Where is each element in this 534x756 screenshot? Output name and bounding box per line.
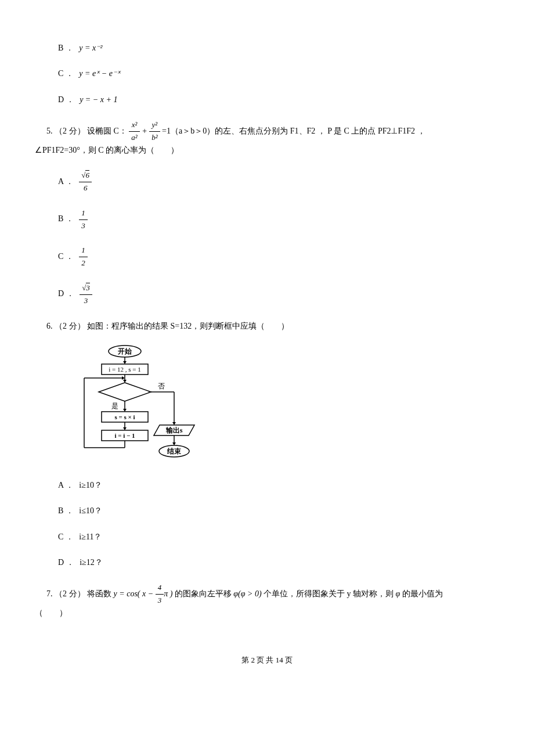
q6-option-c: C ． i≥11？	[58, 531, 499, 543]
option-label: C ．	[58, 532, 74, 541]
frac-num: x²	[129, 119, 139, 132]
q5-option-a: A ． √6 6	[58, 170, 499, 195]
option-label: C ．	[58, 69, 74, 78]
option-expr: y = eˣ − e⁻ˣ	[79, 69, 120, 78]
option-expr: y = − x + 1	[80, 95, 117, 104]
flowchart-figure: 开始 i = 12 , s = 1 否 是 s = s × i i = i − …	[70, 344, 499, 466]
q5-option-b: B ． 1 3	[58, 207, 499, 232]
q4-option-d: D ． y = − x + 1	[58, 93, 499, 106]
flow-end: 结束	[167, 447, 181, 455]
q6-option-d: D ． i≥12？	[58, 556, 499, 569]
q7-phi2: φ	[396, 589, 400, 598]
frac-num: 1	[79, 244, 88, 257]
q6-option-b: B ． i≤10？	[58, 505, 499, 517]
ellipse-term1: x² a²	[129, 119, 139, 144]
svg-marker-6	[99, 383, 151, 401]
question-6: 6. （2 分） 如图：程序输出的结果 S=132，则判断框中应填（ ）	[46, 320, 499, 333]
option-frac: √6 6	[79, 170, 92, 195]
option-frac: 1 3	[79, 207, 88, 232]
frac-num: 4	[156, 582, 164, 595]
q4-option-b: B ． y = x⁻²	[58, 42, 499, 55]
option-label: B ．	[58, 214, 74, 223]
question-5: 5. （2 分） 设椭圆 C： x² a² + y² b² =1（a＞b＞0）的…	[46, 119, 499, 157]
frac-den: a²	[129, 132, 139, 144]
page-footer: 第 2 页 共 14 页	[35, 654, 499, 667]
option-label: B ．	[58, 44, 74, 52]
q7-expr-tail: π )	[164, 589, 172, 598]
flow-assign-i: i = i − 1	[114, 432, 135, 439]
q7-phi: φ(φ > 0)	[233, 589, 261, 598]
option-frac: √3 3	[80, 282, 92, 307]
frac-den: 6	[79, 182, 92, 195]
frac-num: √6	[79, 170, 92, 182]
option-text: i≥10？	[79, 481, 102, 489]
q7-mid: 的图象向左平移	[175, 589, 232, 598]
q5-option-c: C ． 1 2	[58, 244, 499, 269]
plus-sign: +	[142, 127, 149, 135]
q5-tail: =1（a＞b＞0）的左、右焦点分别为 F1、F2 ， P 是 C 上的点 PF2…	[162, 127, 425, 135]
frac-den: 3	[80, 295, 92, 307]
option-label: D ．	[58, 558, 74, 567]
option-text: i≥12？	[80, 558, 103, 567]
flow-init: i = 12 , s = 1	[109, 366, 141, 373]
option-frac: 1 2	[79, 244, 88, 269]
question-7: 7. （2 分） 将函数 y = cos( x − 43π ) 的图象向左平移 …	[46, 582, 499, 620]
q7-frac: 43	[156, 582, 164, 607]
flow-yes: 是	[111, 402, 118, 410]
option-label: D ．	[58, 95, 74, 104]
q7-line2: （ ）	[35, 607, 499, 620]
flow-assign-s: s = s × i	[114, 413, 135, 420]
flow-start: 开始	[117, 347, 132, 355]
frac-den: 3	[156, 595, 164, 607]
option-label: D ．	[58, 289, 74, 298]
q5-prefix: 5. （2 分） 设椭圆 C：	[46, 127, 127, 135]
frac-num: y²	[149, 119, 160, 132]
option-label: A ．	[58, 177, 74, 186]
flow-output: 输出s	[165, 426, 183, 434]
option-text: i≤10？	[79, 506, 102, 515]
frac-den: 3	[79, 220, 88, 232]
q7-stem: 7. （2 分） 将函数 y = cos( x − 43π ) 的图象向左平移 …	[46, 582, 499, 607]
q7-prefix: 7. （2 分） 将函数	[46, 589, 111, 598]
flow-no: 否	[158, 382, 165, 390]
option-label: B ．	[58, 506, 74, 515]
q6-text: 6. （2 分） 如图：程序输出的结果 S=132，则判断框中应填（ ）	[46, 322, 289, 330]
frac-den: b²	[149, 132, 160, 144]
q7-tail: 个单位，所得图象关于 y 轴对称，则	[264, 589, 394, 598]
q7-tail2: 的最小值为	[402, 589, 443, 598]
ellipse-term2: y² b²	[149, 119, 160, 144]
q5-stem: 5. （2 分） 设椭圆 C： x² a² + y² b² =1（a＞b＞0）的…	[46, 119, 499, 144]
option-label: A ．	[58, 481, 74, 489]
q4-option-c: C ． y = eˣ − e⁻ˣ	[58, 67, 499, 80]
frac-num: 1	[79, 207, 88, 220]
frac-den: 2	[79, 257, 88, 269]
option-text: i≥11？	[79, 532, 102, 541]
option-expr: y = x⁻²	[79, 44, 102, 52]
option-label: C ．	[58, 252, 74, 261]
q5-line2: ∠PF1F2=30°，则 C 的离心率为（ ）	[35, 144, 499, 157]
frac-num: √3	[80, 282, 92, 295]
q5-option-d: D ． √3 3	[58, 282, 499, 307]
q7-expr: y = cos( x −	[114, 589, 156, 598]
q6-option-a: A ． i≥10？	[58, 479, 499, 492]
